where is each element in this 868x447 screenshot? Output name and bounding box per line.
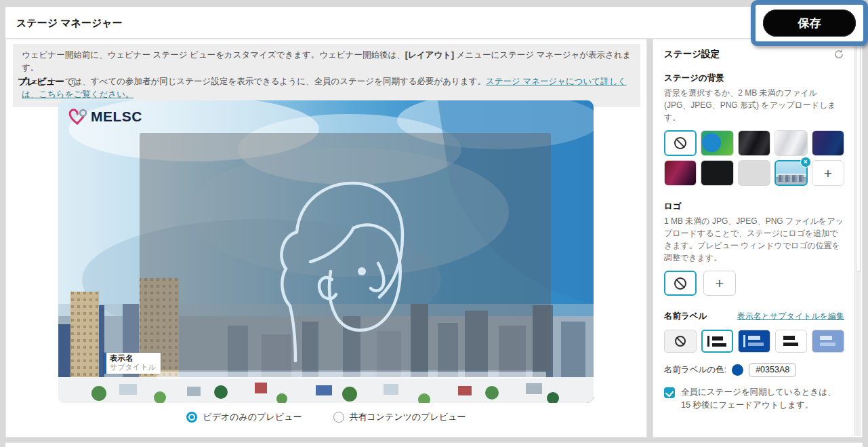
background-heading: ステージの背景 xyxy=(664,73,844,84)
sync-fadeout-row: 全員にステージを同期しているときは、15 秒後にフェードアウトします。 xyxy=(664,386,844,412)
name-label-styles xyxy=(664,330,844,353)
logo-upload-button[interactable]: + xyxy=(703,271,736,296)
radio-selected-icon xyxy=(186,412,197,423)
brand-logo: MELSC xyxy=(68,107,142,126)
sync-fadeout-checkbox[interactable] xyxy=(664,387,675,398)
background-options: × + xyxy=(664,130,844,186)
page-title: ステージ マネージャー xyxy=(16,7,123,39)
background-option-silver-waves[interactable] xyxy=(774,130,807,156)
label-style-preview xyxy=(781,335,802,347)
avatar-placeholder-icon xyxy=(270,160,405,364)
stage-preview-image: MELSC 表示名 サブタイトル xyxy=(58,100,594,403)
background-option-light-gray[interactable] xyxy=(738,160,770,186)
brand-logo-text: MELSC xyxy=(91,109,142,125)
preview-mode-radios: ビデオのみのプレビュー 共有コンテンツのプレビュー xyxy=(6,411,646,423)
logo-options: + xyxy=(664,271,844,296)
logo-heading: ロゴ xyxy=(664,201,844,212)
background-option-city-skyline[interactable]: × xyxy=(774,160,807,186)
background-option-navy-purple-gradient[interactable] xyxy=(812,130,844,156)
stage-manager-window: ステージ マネージャー 保存 ウェビナー開始前に、ウェビナー ステージ ビューを… xyxy=(0,0,868,447)
name-label-color-label: 名前ラベルの色: xyxy=(664,364,726,376)
stage-settings-panel: ステージ設定 ステージの背景 背景を選択するか、2 MB 未満のファイル (JP… xyxy=(653,39,863,438)
next-section-edge xyxy=(5,442,863,447)
name-label-color-swatch[interactable] xyxy=(732,364,743,376)
preview-section-header: プレビュー i xyxy=(18,76,77,88)
label-style-preview xyxy=(707,336,728,347)
preview-display-name: 表示名 xyxy=(110,353,156,363)
name-label-color-input[interactable]: #0353A8 xyxy=(749,363,796,377)
edit-display-name-link[interactable]: 表示名とサブタイトルを編集 xyxy=(737,311,844,322)
background-option-dark-waves[interactable] xyxy=(738,130,770,156)
remove-background-button[interactable]: × xyxy=(800,157,811,168)
refresh-icon[interactable] xyxy=(833,49,844,60)
melsc-heart-icon xyxy=(68,107,88,126)
name-label-style-blue-translucent[interactable] xyxy=(812,330,844,353)
info-banner-line1: ウェビナー開始前に、ウェビナー ステージ ビューをカスタマイズできます。ウェビナ… xyxy=(22,49,632,75)
no-logo-icon xyxy=(674,277,686,290)
settings-panel-scrollbar[interactable] xyxy=(854,40,861,436)
background-option-black[interactable] xyxy=(701,160,733,186)
preview-subtitle: サブタイトル xyxy=(110,363,156,372)
info-icon[interactable]: i xyxy=(68,78,77,87)
logo-description: 1 MB 未満の JPG、JPEG、PNG ファイルをアップロードすることで、ス… xyxy=(664,215,844,264)
preview-name-label: 表示名 サブタイトル xyxy=(104,353,161,374)
sync-fadeout-label: 全員にステージを同期しているときは、15 秒後にフェードアウトします。 xyxy=(681,386,844,412)
no-name-label-icon xyxy=(675,336,686,347)
info-banner: ウェビナー開始前に、ウェビナー ステージ ビューをカスタマイズできます。ウェビナ… xyxy=(13,44,640,107)
layout-menu-token: [レイアウト] xyxy=(405,50,454,60)
name-label-heading: 名前ラベル xyxy=(664,311,707,322)
preview-label: プレビュー xyxy=(18,76,64,88)
name-label-color-row: 名前ラベルの色: #0353A8 xyxy=(664,363,844,377)
info-banner-line2: ウェビナーでは、すべての参加者が同じステージ設定を表示できるように、全員のステー… xyxy=(22,75,632,102)
no-background-icon xyxy=(674,137,686,149)
settings-panel-title: ステージ設定 xyxy=(664,48,720,60)
label-style-preview xyxy=(817,335,839,347)
background-description: 背景を選択するか、2 MB 未満のファイル (JPG、JPEG、PNG 形式) … xyxy=(664,87,844,123)
preview-bottom-strip xyxy=(157,372,546,379)
background-option-none[interactable] xyxy=(664,130,697,156)
save-button-highlight-annotation: 保存 xyxy=(751,0,868,46)
name-label-style-light-centered[interactable] xyxy=(775,330,808,353)
logo-option-none[interactable] xyxy=(664,271,697,296)
background-upload-button[interactable]: + xyxy=(812,160,844,186)
name-label-style-dark-blue[interactable] xyxy=(738,330,770,353)
radio-shared-content-label: 共有コンテンツのプレビュー xyxy=(350,411,466,423)
title-bar: ステージ マネージャー xyxy=(5,7,863,39)
main-content-panel: ウェビナー開始前に、ウェビナー ステージ ビューをカスタマイズできます。ウェビナ… xyxy=(5,39,647,438)
label-style-preview xyxy=(743,335,765,347)
name-label-style-none[interactable] xyxy=(664,330,697,353)
name-label-style-light-left[interactable] xyxy=(701,330,734,353)
background-option-blue-green-gradient[interactable] xyxy=(701,130,733,156)
radio-video-only-preview[interactable]: ビデオのみのプレビュー xyxy=(186,411,302,423)
save-button[interactable]: 保存 xyxy=(763,9,856,37)
plus-icon: + xyxy=(716,276,724,290)
scrollbar-thumb[interactable] xyxy=(856,42,861,272)
background-option-magenta-gradient[interactable] xyxy=(664,160,697,186)
radio-video-only-label: ビデオのみのプレビュー xyxy=(203,411,302,423)
radio-shared-content-preview[interactable]: 共有コンテンツのプレビュー xyxy=(333,411,466,423)
radio-unselected-icon xyxy=(333,412,344,423)
plus-icon: + xyxy=(824,166,832,180)
